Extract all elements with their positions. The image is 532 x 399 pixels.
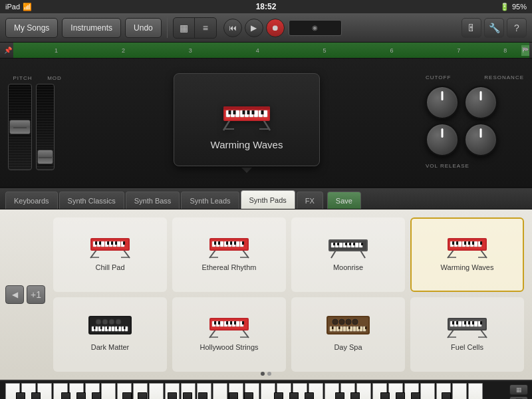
svg-rect-155 xyxy=(353,327,356,331)
svg-rect-97 xyxy=(468,241,470,245)
nav-plus[interactable]: +1 xyxy=(27,285,45,304)
transport-group: ⏮ ▶ ⏺ xyxy=(223,19,285,37)
svg-point-104 xyxy=(109,319,114,325)
piano-key-e5[interactable] xyxy=(261,383,275,399)
piano-black-key-as6[interactable] xyxy=(411,392,420,399)
piano-key-d7[interactable] xyxy=(468,383,483,399)
piano-black-key-ds6[interactable] xyxy=(350,392,360,399)
instrument-cell-day-spa[interactable]: Day Spa xyxy=(291,297,405,372)
tab-fx[interactable]: FX xyxy=(297,192,323,209)
piano-black-key-cs5[interactable] xyxy=(229,392,238,399)
piano-black-key-as5[interactable] xyxy=(305,392,314,399)
svg-rect-94 xyxy=(452,241,454,245)
mod-slider-handle[interactable] xyxy=(37,150,53,164)
cutoff-knob-bottom[interactable] xyxy=(426,123,459,156)
timeline-marker-7: 7 xyxy=(457,47,460,54)
instrument-name: Warming Waves xyxy=(211,139,283,150)
battery-icon: 🔋 xyxy=(500,3,509,11)
instrument-cell-fuel-cells[interactable]: Fuel Cells xyxy=(410,297,524,372)
settings-icon[interactable]: 🔧 xyxy=(484,18,504,38)
piano-black-key-fs6[interactable] xyxy=(380,392,390,399)
piano-black-key-as3[interactable] xyxy=(92,392,101,399)
instrument-cell-dark-matter[interactable]: Dark Matter xyxy=(53,297,167,372)
help-icon[interactable]: ? xyxy=(507,18,527,38)
status-ipad: iPad xyxy=(5,3,20,11)
piano-black-key-gs3[interactable] xyxy=(76,392,86,399)
undo-button[interactable]: Undo xyxy=(125,18,162,38)
piano-black-key-gs4[interactable] xyxy=(183,392,192,399)
piano-black-key-ds3[interactable] xyxy=(31,392,41,399)
instrument-cell-hollywood-strings[interactable]: Hollywood Strings xyxy=(172,297,286,372)
battery-percent: 95% xyxy=(512,3,527,11)
grid-view-icon[interactable]: ▦ xyxy=(174,18,195,38)
piano-keys-icon[interactable]: 🎹 xyxy=(509,396,528,400)
svg-rect-182 xyxy=(472,321,474,325)
timeline-pin[interactable]: 📌 xyxy=(3,45,13,56)
svg-rect-159 xyxy=(332,327,334,329)
piano-black-key-gs5[interactable] xyxy=(289,392,299,399)
piano-key-c7[interactable] xyxy=(452,383,467,399)
cutoff-knob-top[interactable] xyxy=(426,86,459,119)
pitch-slider-handle[interactable] xyxy=(9,120,31,134)
instrument-cell-ethereal-rhythm[interactable]: Ethereal Rhythm xyxy=(172,217,286,292)
piano-black-key-fs5[interactable] xyxy=(274,392,283,399)
svg-rect-134 xyxy=(236,321,239,327)
tab-synth-classics[interactable]: Synth Classics xyxy=(59,192,124,209)
svg-rect-183 xyxy=(480,321,482,325)
svg-rect-111 xyxy=(108,327,111,331)
pagination-dots xyxy=(261,372,271,376)
timeline-bar[interactable]: 1 2 3 4 5 6 7 8 🏁 xyxy=(13,43,529,58)
mod-slider[interactable] xyxy=(36,84,55,170)
nav-left-arrow[interactable]: ◀ xyxy=(5,285,24,304)
hollywood-strings-label: Hollywood Strings xyxy=(200,343,258,351)
piano-key-e4[interactable] xyxy=(149,383,164,399)
svg-rect-112 xyxy=(112,327,114,331)
timeline-marker-3: 3 xyxy=(189,47,192,54)
piano-key-a6[interactable] xyxy=(420,383,435,399)
status-time: 18:52 xyxy=(256,2,277,11)
tab-synth-leads[interactable]: Synth Leads xyxy=(181,192,239,209)
day-spa-image xyxy=(322,304,375,340)
mixer-icon[interactable]: 🎚 xyxy=(462,18,481,38)
knobs-section: CUTOFF RESONANCE VOL RELEASE xyxy=(426,74,524,172)
my-songs-button[interactable]: My Songs xyxy=(5,18,58,38)
play-button[interactable]: ▶ xyxy=(245,19,263,37)
tab-save[interactable]: Save xyxy=(327,192,361,209)
piano-key-b3[interactable] xyxy=(101,383,116,399)
piano-black-key-cs4[interactable] xyxy=(122,392,132,399)
tab-synth-pads[interactable]: Synth Pads xyxy=(241,190,295,209)
piano-black-key-ds5[interactable] xyxy=(244,392,253,399)
svg-rect-77 xyxy=(349,243,351,245)
instrument-cell-moonrise[interactable]: Moonrise xyxy=(291,217,405,292)
piano-key-b4[interactable] xyxy=(213,383,227,399)
piano-black-key-ds4[interactable] xyxy=(138,392,147,399)
piano-black-key-fs3[interactable] xyxy=(61,392,70,399)
tab-synth-bass[interactable]: Synth Bass xyxy=(126,192,180,209)
piano-black-key-cs6[interactable] xyxy=(335,392,344,399)
instrument-image xyxy=(213,88,280,135)
instruments-button[interactable]: Instruments xyxy=(62,18,121,38)
piano-grid-icon[interactable]: ▦ xyxy=(509,384,528,395)
instrument-cell-warming-waves[interactable]: Warming Waves xyxy=(410,217,524,292)
timeline-end-flag[interactable]: 🏁 xyxy=(521,45,529,56)
rewind-button[interactable]: ⏮ xyxy=(223,19,242,37)
pitch-slider[interactable] xyxy=(8,84,32,170)
instrument-cell-chill-pad[interactable]: Chill Pad xyxy=(53,217,167,292)
piano-black-key-fs4[interactable] xyxy=(168,392,177,399)
svg-rect-181 xyxy=(468,321,470,325)
tab-keyboards[interactable]: Keyboards xyxy=(5,192,58,209)
record-button[interactable]: ⏺ xyxy=(266,19,285,37)
svg-rect-16 xyxy=(233,110,236,114)
resonance-knob-bottom[interactable] xyxy=(464,123,497,156)
list-view-icon[interactable]: ≡ xyxy=(195,18,216,38)
svg-rect-68 xyxy=(339,243,342,247)
svg-rect-116 xyxy=(125,327,128,331)
piano-black-key-cs3[interactable] xyxy=(16,392,25,399)
svg-rect-119 xyxy=(107,327,109,329)
piano-black-key-cs7[interactable] xyxy=(442,392,451,399)
svg-rect-20 xyxy=(261,110,264,114)
piano-black-key-as4[interactable] xyxy=(198,392,207,399)
svg-rect-54 xyxy=(236,241,239,247)
piano-black-key-gs6[interactable] xyxy=(396,392,405,399)
resonance-knob-top[interactable] xyxy=(464,86,497,119)
